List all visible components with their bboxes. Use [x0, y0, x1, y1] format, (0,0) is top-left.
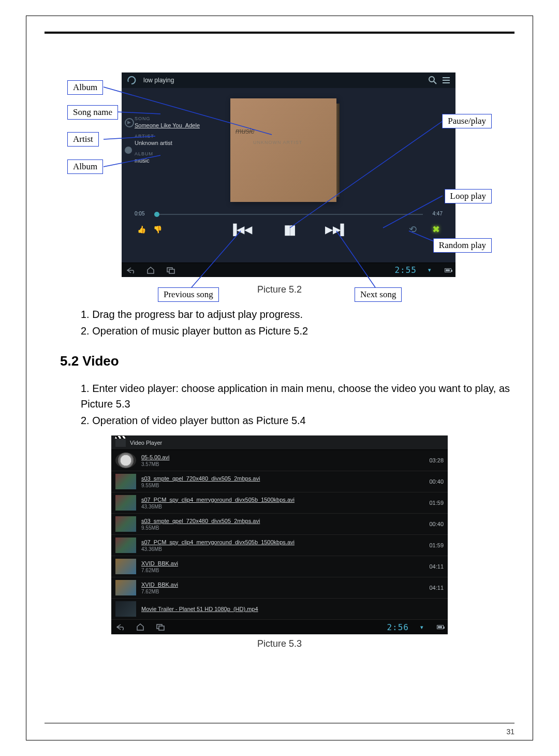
section-heading-video: 5.2 Video [60, 353, 514, 369]
nav-recent-icon[interactable] [166, 267, 175, 274]
video-duration: 01:59 [426, 500, 444, 506]
callout-random-play: Random play [433, 238, 492, 253]
playback-controls: 👍 👎 ▐◀◀ ▮▮ ▶▶▌ ⟲ ✖ [122, 225, 455, 234]
callout-next-song: Next song [355, 287, 402, 302]
video-filesize: 9.55MB [141, 525, 421, 531]
callout-loop-play: Loop play [445, 189, 492, 203]
video-thumbnail [115, 474, 136, 489]
video-filename: Movie Trailer - Planet 51 HD 1080p_(HD).… [141, 606, 444, 612]
pause-button[interactable]: ▮▮ [284, 222, 294, 238]
loop-icon[interactable]: ⟲ [409, 224, 417, 235]
callout-album-2: Album [67, 159, 103, 174]
nav-home-icon[interactable] [136, 623, 144, 631]
svg-point-9 [429, 77, 434, 82]
thumb-down-icon[interactable]: 👎 [153, 225, 162, 234]
instruction-list-music: 1. Drag the progress bar to adjust play … [81, 307, 514, 339]
menu-lines-icon[interactable] [442, 77, 450, 84]
page-frame: Album Song name Artist Album Pause/play … [26, 16, 533, 740]
page-number: 31 [506, 728, 514, 736]
previous-track-button[interactable]: ▐◀◀ [229, 223, 252, 236]
video-filesize: 43.36MB [141, 504, 421, 510]
android-nav-bar: 2:55 ▾ [122, 263, 455, 277]
now-playing-label: low playing [141, 77, 174, 84]
video-filesize: 43.36MB [141, 546, 421, 552]
svg-line-10 [434, 81, 436, 84]
time-elapsed: 0:05 [135, 211, 144, 216]
progress-knob[interactable] [154, 212, 159, 217]
video-filename: s07_PCM_spy_clip4_merrygoround_divx505b_… [141, 539, 421, 545]
next-track-button[interactable]: ▶▶▌ [325, 223, 348, 236]
page-content: Album Song name Artist Album Pause/play … [26, 34, 533, 655]
video-info: XVID_BBK.avi7.62MB [141, 581, 421, 594]
status-clock: 2:55 [394, 265, 417, 275]
video-list-item[interactable]: s03_smpte_qpel_720x480_divx505_2mbps.avi… [111, 471, 448, 492]
video-filesize: 3.57MB [141, 461, 421, 467]
video-duration: 00:40 [426, 478, 444, 485]
album-art: music UNKNOWN ARTIST [230, 98, 336, 202]
caption-picture-5-2: Picture 5.2 [67, 284, 492, 295]
video-info: s07_PCM_spy_clip4_merrygoround_divx505b_… [141, 497, 421, 510]
time-total: 4:47 [433, 211, 443, 216]
caption-picture-5-3: Picture 5.3 [45, 638, 514, 649]
video-list-item[interactable]: Movie Trailer - Planet 51 HD 1080p_(HD).… [111, 599, 448, 620]
video-player-header: Video Player [111, 435, 448, 450]
status-clock: 2:56 [387, 622, 409, 632]
video-info: XVID_BBK.avi7.62MB [141, 560, 421, 573]
album-art-subtitle: UNKNOWN ARTIST [253, 140, 302, 145]
video-list-item[interactable]: s07_PCM_spy_clip4_merrygoround_divx505b_… [111, 492, 448, 514]
nav-back-icon[interactable] [115, 623, 125, 631]
video-list-item[interactable]: XVID_BBK.avi7.62MB04:11 [111, 556, 448, 577]
video-list-item[interactable]: s07_PCM_spy_clip4_merrygoround_divx505b_… [111, 535, 448, 556]
video-list: 05-5.00.avi3.57MB03:28s03_smpte_qpel_720… [111, 450, 448, 620]
back-arc-icon[interactable] [127, 76, 136, 85]
wifi-icon: ▾ [428, 267, 431, 273]
progress-track [154, 214, 423, 215]
nav-back-icon[interactable] [126, 267, 135, 274]
battery-icon [445, 268, 451, 272]
video-thumbnail [115, 453, 136, 468]
wifi-icon: ▾ [420, 624, 423, 631]
video-filesize: 9.55MB [141, 483, 421, 488]
video-thumbnail [115, 559, 136, 574]
list-item: 2. Operation of music player button as P… [81, 323, 514, 339]
callout-artist: Artist [67, 132, 99, 147]
video-info: s07_PCM_spy_clip4_merrygoround_divx505b_… [141, 539, 421, 552]
video-list-item[interactable]: s03_smpte_qpel_720x480_divx505_2mbps.avi… [111, 514, 448, 535]
video-duration: 04:11 [426, 585, 444, 591]
search-icon[interactable] [429, 76, 437, 84]
music-player-body: SONG Someone Like You_Adele ARTIST Unkno… [122, 88, 455, 243]
video-thumbnail [115, 537, 136, 553]
callout-pause-play: Pause/play [442, 114, 492, 128]
clapper-icon [115, 439, 126, 447]
svg-rect-12 [169, 269, 174, 273]
video-filename: XVID_BBK.avi [141, 560, 421, 566]
nav-recent-icon[interactable] [156, 623, 165, 631]
video-thumbnail [115, 580, 136, 595]
video-filesize: 7.62MB [141, 589, 421, 594]
callout-previous-song: Previous song [158, 287, 219, 302]
transport-controls: ▐◀◀ ▮▮ ▶▶▌ [229, 222, 347, 238]
footer-rule [45, 723, 514, 723]
video-filename: XVID_BBK.avi [141, 581, 421, 588]
video-filename: s03_smpte_qpel_720x480_divx505_2mbps.avi [141, 475, 421, 482]
video-duration: 04:11 [426, 563, 444, 570]
instruction-list-video: 1. Enter video player: choose applicatio… [81, 381, 514, 428]
battery-icon [437, 625, 444, 629]
video-list-item[interactable]: XVID_BBK.avi7.62MB04:11 [111, 577, 448, 599]
shuffle-icon[interactable]: ✖ [432, 224, 440, 235]
nav-home-icon[interactable] [146, 267, 155, 274]
video-info: 05-5.00.avi3.57MB [141, 454, 421, 467]
callout-album: Album [67, 80, 103, 95]
list-item: 2. Operation of video player button as P… [81, 413, 514, 428]
svg-rect-14 [159, 626, 164, 630]
progress-bar[interactable]: 0:05 4:47 [135, 210, 443, 220]
video-player-title: Video Player [130, 440, 162, 446]
video-info: s03_smpte_qpel_720x480_divx505_2mbps.avi… [141, 518, 421, 531]
video-player-screen: Video Player 05-5.00.avi3.57MB03:28s03_s… [111, 435, 448, 634]
video-list-item[interactable]: 05-5.00.avi3.57MB03:28 [111, 450, 448, 471]
thumb-up-icon[interactable]: 👍 [137, 225, 146, 234]
album-art-title: music [236, 127, 255, 135]
music-player-header: low playing [122, 72, 455, 88]
android-nav-bar: 2:56 ▾ [111, 620, 448, 634]
list-item: 1. Drag the progress bar to adjust play … [81, 307, 514, 322]
